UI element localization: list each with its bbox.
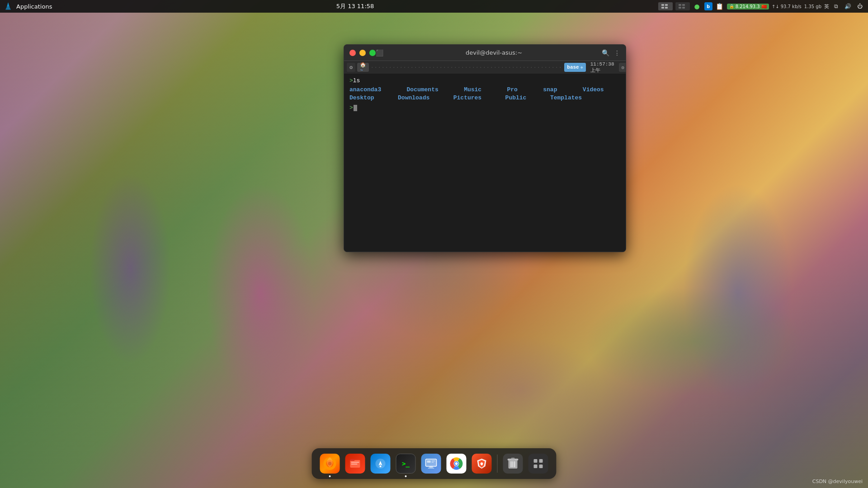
appstore-icon	[371, 454, 391, 474]
firefox-icon	[320, 454, 340, 474]
statusbar-conda-env: base ◆	[564, 63, 585, 72]
grid-icon	[528, 454, 548, 474]
svg-rect-13	[351, 462, 359, 463]
workspace-2-button[interactable]	[675, 2, 690, 10]
firefox-active-dot	[329, 475, 331, 477]
dock: >_	[312, 448, 557, 479]
terminal-title-label: devil@devil-asus:~	[386, 49, 602, 56]
terminal-titlebar-icon: ⬛	[376, 49, 383, 56]
terminal-statusbar: ⚙ 🏠~ ···································…	[344, 61, 626, 74]
country-flag-icon: 🇨🇳	[761, 4, 767, 9]
svg-rect-2	[661, 7, 664, 9]
dir-pro: Pro	[507, 86, 534, 94]
dock-item-terminal[interactable]: >_	[394, 452, 418, 475]
prompt-arrow-2: >	[349, 104, 353, 111]
dock-item-trash[interactable]	[501, 452, 525, 475]
dir-public: Public	[505, 94, 541, 102]
dock-item-brave[interactable]	[470, 452, 494, 475]
statusbar-clock-icon: ⊙	[619, 63, 626, 72]
language-button[interactable]: 英	[824, 3, 829, 10]
disk-space-text: 1.35 gb	[804, 4, 821, 9]
terminal-titlebar-actions: 🔍 ⋮	[602, 49, 620, 56]
dir-templates: Templates	[550, 94, 597, 102]
svg-rect-34	[539, 459, 543, 463]
dock-separator	[497, 455, 498, 473]
terminal-window: ⬛ devil@devil-asus:~ 🔍 ⋮ ⚙ 🏠~ ··········…	[344, 44, 626, 252]
terminal-search-icon[interactable]: 🔍	[602, 49, 609, 56]
svg-rect-21	[432, 460, 435, 461]
network-speed-text: ↑↓ 93.7 kb/s	[772, 4, 802, 9]
power-icon[interactable]: ⏻	[855, 2, 864, 11]
terminal-icon: >_	[396, 454, 416, 474]
trash-icon	[503, 454, 523, 474]
terminal-maximize-button[interactable]	[369, 50, 376, 56]
terminal-active-dot	[405, 475, 407, 477]
terminal-next-prompt: >	[349, 104, 620, 111]
svg-rect-18	[429, 466, 433, 468]
svg-rect-36	[539, 465, 543, 468]
command-text: ls	[353, 77, 360, 84]
topbar: Applications 5月 13 11:58 ● b	[0, 0, 868, 13]
terminal-menu-icon[interactable]: ⋮	[614, 49, 620, 56]
clipboard-icon[interactable]: 📋	[715, 2, 724, 11]
volume-icon[interactable]: 🔊	[844, 2, 853, 11]
topbar-left: Applications	[4, 2, 52, 11]
lock-icon: 🔒	[729, 4, 734, 9]
dir-music: Music	[464, 86, 498, 94]
screen-mirror-icon[interactable]: ⧉	[832, 2, 841, 11]
svg-rect-19	[428, 468, 434, 469]
terminal-titlebar: ⬛ devil@devil-asus:~ 🔍 ⋮	[344, 45, 626, 61]
ip-address-text: 8.214.93.3	[736, 4, 760, 9]
svg-rect-4	[679, 4, 681, 6]
cursor-block	[354, 105, 357, 111]
prompt-arrow: >	[349, 77, 353, 84]
terminal-window-buttons	[349, 50, 376, 56]
applications-label[interactable]: Applications	[16, 3, 52, 10]
terminal-close-button[interactable]	[349, 50, 356, 56]
dir-desktop: Desktop	[349, 94, 389, 102]
dir-documents: Documents	[407, 86, 455, 94]
dock-item-firefox[interactable]	[318, 452, 342, 475]
svg-point-16	[380, 465, 382, 467]
ls-output-row1: anaconda3 Documents Music Pro snap Video…	[349, 86, 620, 94]
statusbar-settings-icon[interactable]: ⚙	[347, 63, 355, 72]
bing-icon[interactable]: b	[704, 2, 712, 10]
datetime-label: 5月 13 11:58	[336, 2, 374, 10]
svg-point-26	[455, 462, 458, 465]
topbar-right: ● b 📋 🔒 8.214.93.3 🇨🇳 ↑↓ 93.7 kb/s 1.35 …	[658, 2, 864, 11]
chrome-icon	[447, 454, 467, 474]
watermark: CSDN @devilyouwei	[812, 479, 863, 484]
ls-output-row2: Desktop Downloads Pictures Public Templa…	[349, 94, 620, 102]
dock-item-screen[interactable]	[420, 452, 443, 475]
svg-rect-5	[682, 4, 685, 6]
terminal-minimize-button[interactable]	[359, 50, 366, 56]
svg-rect-1	[665, 4, 668, 6]
svg-rect-29	[511, 458, 515, 459]
svg-rect-0	[661, 4, 664, 6]
svg-rect-35	[534, 465, 538, 468]
svg-rect-14	[351, 464, 358, 465]
svg-rect-7	[682, 7, 685, 9]
svg-rect-3	[665, 7, 668, 9]
dir-downloads: Downloads	[398, 94, 444, 102]
status-green-icon[interactable]: ●	[693, 2, 702, 11]
svg-rect-17	[426, 459, 437, 466]
dir-videos: Videos	[583, 86, 620, 94]
screen-icon	[421, 454, 441, 474]
workspace-1-button[interactable]	[658, 2, 673, 10]
dock-item-files[interactable]	[344, 452, 367, 475]
terminal-command-line: > ls	[349, 77, 620, 84]
dock-item-chrome[interactable]	[445, 452, 468, 475]
statusbar-dots: ········································…	[371, 65, 562, 70]
arch-linux-icon[interactable]	[4, 2, 13, 11]
dock-item-appstore[interactable]	[369, 452, 392, 475]
terminal-body[interactable]: > ls anaconda3 Documents Music Pro snap …	[344, 74, 626, 252]
dock-item-grid[interactable]	[527, 452, 550, 475]
brave-icon	[472, 454, 492, 474]
svg-rect-33	[534, 459, 538, 463]
statusbar-home-segment: 🏠~	[357, 63, 369, 72]
topbar-center: 5月 13 11:58	[336, 2, 374, 10]
svg-rect-22	[432, 462, 434, 463]
ip-address-badge: 🔒 8.214.93.3 🇨🇳	[727, 4, 769, 9]
svg-rect-12	[350, 459, 355, 461]
